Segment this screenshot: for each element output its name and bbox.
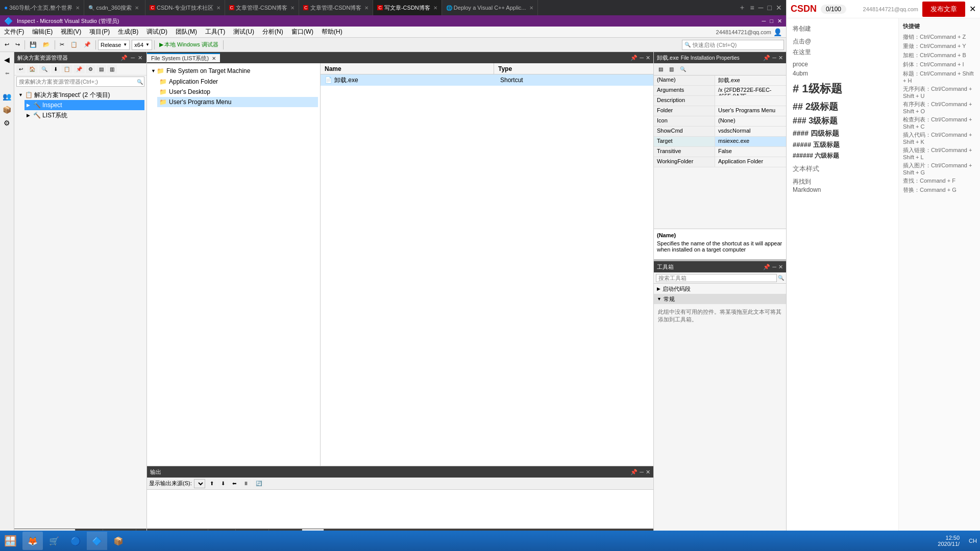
se-project-inspect[interactable]: ▶ 🔨 Inspect bbox=[24, 100, 144, 110]
tab-list-btn[interactable]: ≡ bbox=[750, 4, 754, 12]
se-btn6[interactable]: 📌 bbox=[74, 65, 85, 73]
tab-csdn-community-close[interactable]: ✕ bbox=[216, 5, 220, 11]
prop-toolbar-btn2[interactable]: ▥ bbox=[667, 65, 676, 73]
left-icon-2[interactable]: ⬅ bbox=[2, 67, 13, 79]
tab-deploy[interactable]: 🌐 Deploy a Visual C++ Applic... ✕ bbox=[442, 0, 538, 15]
menu-build[interactable]: 生成(B) bbox=[114, 27, 142, 37]
quick-search-box[interactable]: 🔍 bbox=[682, 40, 784, 50]
run-btn[interactable]: ▶ 本地 Windows 调试器 bbox=[157, 39, 221, 50]
se-solution-root[interactable]: ▼ 📋 解决方案'Inspect' (2 个项目) bbox=[16, 90, 144, 100]
csdn-close-btn[interactable]: ✕ bbox=[969, 4, 976, 14]
menu-analyze[interactable]: 分析(N) bbox=[258, 27, 287, 37]
tab-csdn-manage1[interactable]: C 文章管理-CSDN博客 ✕ bbox=[225, 0, 299, 15]
prop-pin-btn[interactable]: 📌 bbox=[763, 55, 770, 61]
se-btn5[interactable]: 📋 bbox=[61, 65, 72, 73]
tab-maximize[interactable]: □ bbox=[768, 4, 772, 12]
se-btn4[interactable]: ⬇ bbox=[51, 65, 60, 73]
se-btn8[interactable]: ▤ bbox=[96, 65, 106, 73]
toolbar-save[interactable]: 💾 bbox=[27, 40, 39, 49]
fs-folder-desktop[interactable]: 📁 User's Desktop bbox=[157, 87, 318, 97]
se-pin-btn[interactable]: 📌 bbox=[119, 55, 129, 61]
se-project-list[interactable]: ▶ 🔨 LIST系统 bbox=[24, 110, 144, 120]
taskbar-app-btn[interactable]: 📦 bbox=[108, 532, 129, 550]
csdn-publish-btn[interactable]: 发布文章 bbox=[922, 2, 965, 17]
fs-active-tab[interactable]: File System (LIST系统) ✕ bbox=[147, 53, 220, 62]
menu-team[interactable]: 团队(M) bbox=[172, 27, 201, 37]
tab-csdn-manage2-close[interactable]: ✕ bbox=[364, 5, 369, 11]
pinion-icon[interactable]: ⚙ bbox=[2, 117, 13, 129]
toolbox-section-launch[interactable]: ▶ 启动代码段 bbox=[654, 284, 786, 294]
menu-help[interactable]: 帮助(H) bbox=[317, 27, 347, 37]
taskbar-360-btn[interactable]: 🦊 bbox=[22, 532, 43, 550]
menu-tools[interactable]: 工具(T) bbox=[201, 27, 229, 37]
se-search-input[interactable] bbox=[17, 79, 137, 85]
output-source-select[interactable] bbox=[194, 479, 205, 488]
menu-edit[interactable]: 编辑(E) bbox=[28, 27, 57, 37]
fs-root-node[interactable]: ▼ 📁 File System on Target Machine bbox=[149, 65, 318, 77]
toolbox-close-btn[interactable]: ✕ bbox=[778, 264, 783, 270]
fs-folder-app[interactable]: 📁 Application Folder bbox=[157, 77, 318, 87]
tab-csdn-write-close[interactable]: ✕ bbox=[433, 5, 437, 11]
teamexplorer-icon[interactable]: 👥 bbox=[2, 91, 13, 102]
menu-test[interactable]: 测试(U) bbox=[229, 27, 258, 37]
toolbox-pin-btn[interactable]: 📌 bbox=[763, 264, 770, 270]
output-btn5[interactable]: 🔄 bbox=[253, 479, 264, 488]
fs-tab-close[interactable]: ✕ bbox=[212, 56, 216, 61]
toolbar-paste[interactable]: 📌 bbox=[81, 40, 93, 49]
tab-csdn-community[interactable]: C CSDN-专业IT技术社区 ✕ bbox=[145, 0, 225, 15]
quick-search-input[interactable] bbox=[691, 42, 781, 48]
toolbox-minimize-btn[interactable]: ─ bbox=[772, 264, 776, 270]
output-btn1[interactable]: ⬆ bbox=[207, 479, 216, 488]
se-btn9[interactable]: ▥ bbox=[107, 65, 117, 73]
tab-csdn-search[interactable]: 🔍 csdn_360搜索 ✕ bbox=[84, 0, 145, 15]
vs-minimize-btn[interactable]: ─ bbox=[762, 18, 766, 24]
toolbox-section-general[interactable]: ▼ 常规 bbox=[654, 294, 786, 304]
taskbar-browser-btn[interactable]: 🔵 bbox=[65, 532, 86, 550]
output-minimize-btn[interactable]: ─ bbox=[640, 469, 644, 475]
tab-csdn-write[interactable]: C 写文章-CSDN博客 ✕ bbox=[373, 0, 442, 15]
config-dropdown[interactable]: Release ▼ bbox=[98, 40, 130, 50]
prop-close-btn[interactable]: ✕ bbox=[778, 55, 783, 61]
fs-close-btn[interactable]: ✕ bbox=[646, 55, 650, 61]
se-btn3[interactable]: 🔍 bbox=[39, 65, 50, 73]
fs-folder-programs[interactable]: 📁 User's Programs Menu bbox=[157, 97, 318, 107]
tab-deploy-close[interactable]: ✕ bbox=[529, 5, 533, 11]
user-avatar-btn[interactable]: 👤 bbox=[773, 28, 782, 36]
tab-360-close[interactable]: ✕ bbox=[76, 5, 80, 11]
menu-window[interactable]: 窗口(W) bbox=[287, 27, 317, 37]
toolbar-cut[interactable]: ✂ bbox=[57, 40, 67, 49]
taskbar-vs-btn[interactable]: 🔷 bbox=[87, 532, 107, 550]
fs-col-type[interactable]: Type bbox=[494, 63, 653, 74]
start-btn[interactable]: 🪟 bbox=[0, 531, 20, 551]
prop-minimize-btn[interactable]: ─ bbox=[772, 55, 776, 61]
se-minimize-btn[interactable]: ─ bbox=[130, 55, 136, 61]
se-btn1[interactable]: ↩ bbox=[16, 65, 26, 73]
output-btn3[interactable]: ⬅ bbox=[230, 479, 239, 488]
output-pin-btn[interactable]: 📌 bbox=[630, 469, 638, 475]
menu-view[interactable]: 视图(V) bbox=[57, 27, 85, 37]
output-btn4[interactable]: ⏸ bbox=[241, 479, 251, 488]
toolbar-copy[interactable]: 📋 bbox=[68, 40, 80, 49]
menu-file[interactable]: 文件(F) bbox=[0, 27, 28, 37]
se-search-box[interactable]: 🔍 bbox=[16, 77, 144, 87]
prop-toolbar-btn3[interactable]: 🔍 bbox=[677, 65, 689, 73]
toolbar-undo[interactable]: ↩ bbox=[2, 40, 12, 49]
new-tab-btn[interactable]: ＋ bbox=[739, 3, 746, 12]
platform-dropdown[interactable]: x64 ▼ bbox=[132, 40, 152, 50]
tab-csdn-manage1-close[interactable]: ✕ bbox=[290, 5, 295, 11]
tab-360[interactable]: ● 360导航-个主页,整个世界 ✕ bbox=[0, 0, 84, 15]
menu-project[interactable]: 项目(P) bbox=[85, 27, 114, 37]
taskbar-taobao-btn[interactable]: 🛒 bbox=[44, 532, 64, 550]
tab-csdn-manage2[interactable]: C 文章管理-CSDN博客 ✕ bbox=[299, 0, 373, 15]
se-btn2[interactable]: 🏠 bbox=[27, 65, 38, 73]
output-close-btn[interactable]: ✕ bbox=[646, 469, 650, 475]
vs-maximize-btn[interactable]: □ bbox=[770, 18, 773, 24]
menu-debug[interactable]: 调试(D) bbox=[142, 27, 172, 37]
toolbox-search-bar[interactable]: 🔍 bbox=[654, 272, 786, 284]
fs-minimize-btn[interactable]: ─ bbox=[640, 55, 644, 61]
toolbox-search-input[interactable] bbox=[656, 274, 777, 282]
toolbar-open[interactable]: 📂 bbox=[40, 40, 53, 49]
vs-close-btn[interactable]: ✕ bbox=[777, 18, 782, 24]
toolbar-redo[interactable]: ↪ bbox=[13, 40, 22, 49]
left-icon-1[interactable]: ◀ bbox=[2, 54, 13, 65]
